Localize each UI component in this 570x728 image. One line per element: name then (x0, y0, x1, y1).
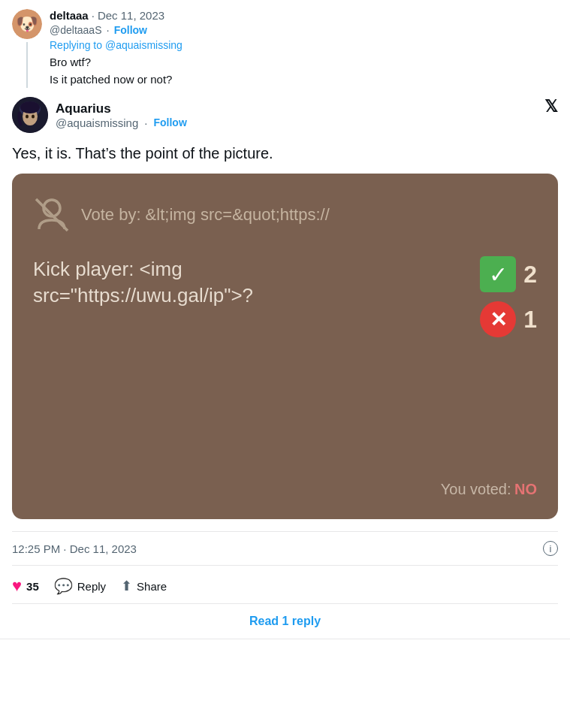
main-tweet-body: Yes, it is. That’s the point of the pict… (12, 142, 558, 165)
bubble-icon: 💬 (54, 577, 73, 595)
svg-point-3 (20, 101, 40, 113)
no-x-circle: ✕ (480, 301, 516, 337)
reply-follow-button[interactable]: Follow (114, 24, 147, 36)
author-name: Aquarius (56, 101, 111, 116)
engagement-row: ♥ 35 💬 Reply ⬆ Share (12, 569, 558, 604)
deltaa-avatar[interactable]: 🐶 (12, 9, 42, 39)
kick-text: Kick player: <imgsrc="https://uwu.gal/ip… (33, 256, 253, 309)
like-count: 35 (26, 580, 39, 593)
yes-count: 2 (523, 261, 537, 288)
svg-point-4 (26, 115, 29, 119)
timestamp-row: 12:25 PM · Dec 11, 2023 i (12, 531, 558, 566)
vote-by-text: Vote by: &lt;img src=&quot;https:// (81, 205, 330, 225)
vote-options: ✓ 2 ✕ 1 (480, 256, 537, 337)
aquarius-avatar[interactable] (12, 97, 48, 133)
svg-point-5 (32, 115, 35, 119)
thread-line (26, 42, 28, 88)
vote-yes-row: ✓ 2 (480, 256, 537, 292)
author-handle: @aquaismissing (56, 116, 138, 129)
no-count: 1 (523, 306, 537, 334)
dot-separator: · (92, 9, 95, 22)
read-reply-row: Read 1 reply (12, 604, 558, 639)
you-voted-label: You voted: (441, 481, 511, 498)
reply-text-line1: Bro wtf? (50, 54, 558, 71)
vote-no-row: ✕ 1 (480, 301, 537, 337)
reply-text-line2: Is it patched now or not? (50, 71, 558, 89)
like-button[interactable]: ♥ 35 (12, 576, 39, 596)
reply-username: deltaaа (50, 9, 89, 22)
dot-sep2: · (106, 23, 109, 36)
reply-handle: @deltaaaS (50, 24, 101, 36)
info-icon[interactable]: i (543, 541, 558, 556)
you-voted-value: NO (514, 481, 537, 498)
yes-check-box: ✓ (480, 256, 516, 292)
reply-date: Dec 11, 2023 (98, 9, 164, 22)
tweet-timestamp: 12:25 PM · Dec 11, 2023 (12, 542, 137, 555)
voted-row: You voted: NO (33, 481, 537, 498)
share-icon: ⬆ (121, 578, 132, 594)
reply-label: Reply (77, 580, 106, 593)
share-label: Share (137, 580, 167, 593)
x-logo[interactable]: 𝕏 (544, 97, 558, 116)
game-screenshot: Vote by: &lt;img src=&quot;https:// Kick… (12, 174, 558, 519)
share-button[interactable]: ⬆ Share (121, 578, 167, 594)
reply-button[interactable]: 💬 Reply (54, 577, 106, 595)
heart-icon: ♥ (12, 576, 22, 596)
replying-to-label: Replying to @aquaismissing (50, 39, 558, 51)
read-reply-button[interactable]: Read 1 reply (249, 615, 321, 628)
main-follow-button[interactable]: Follow (153, 116, 186, 128)
no-user-icon (33, 196, 71, 234)
